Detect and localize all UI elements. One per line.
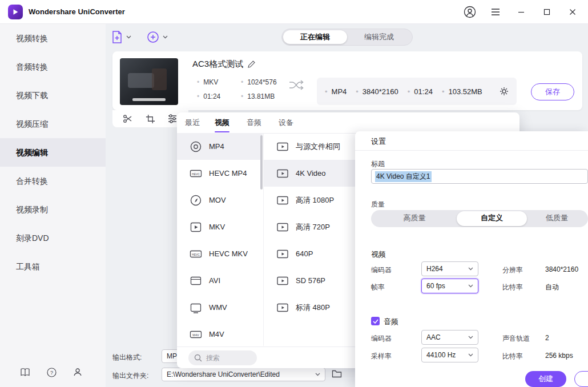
format-item-avi[interactable]: AVI [177,267,263,294]
samplerate-select[interactable]: 44100 Hz [421,348,478,362]
output-settings-gear-icon[interactable] [500,87,509,96]
output-folder-label: 输出文件夹: [112,371,148,381]
secondary-button[interactable] [574,371,588,387]
format-label: M4V [209,330,224,338]
source-duration: 01:24 [197,92,220,100]
display-play-icon [276,140,289,153]
account-avatar-icon[interactable] [462,5,477,19]
output-duration: 01:24 [408,87,433,96]
create-button[interactable]: 创建 [525,371,566,387]
video-thumbnail[interactable] [120,58,178,105]
display-play-icon [276,248,289,260]
sidebar-item-screen-record[interactable]: 视频录制 [0,195,106,224]
format-label: HEVC MKV [209,249,248,258]
display-play-icon [276,275,289,287]
mkv-play-icon [190,221,202,233]
sidebar-item-merge-convert[interactable]: 合并转换 [0,167,106,195]
format-item-hevc-mkv[interactable]: HEVC HEVC MKV [177,240,263,267]
chevron-down-icon [468,267,473,271]
format-item-mov[interactable]: MOV [177,187,263,213]
task-card: AC3格式测试 MKV 1024*576 01:24 13.81MB MP4 3… [112,51,582,110]
encoder-select[interactable]: H264 [421,261,478,276]
save-button[interactable]: 保存 [531,83,574,100]
audio-channels-label: 声音轨道 [502,334,530,344]
framerate-value: 60 fps [426,282,445,290]
sidebar-item-video-edit[interactable]: 视频编辑 [0,138,106,167]
sidebar-item-audio-convert[interactable]: 音频转换 [0,53,106,81]
sidebar-item-burn-dvd[interactable]: 刻录DVD [0,224,106,252]
add-preset-button[interactable] [146,29,168,46]
m4v-badge-icon: M4V [190,328,202,341]
format-label: HEVC MP4 [209,169,247,178]
settings-title: 设置 [371,136,386,147]
output-format-label: 输出格式: [112,353,142,362]
format-item-hevc-mp4[interactable]: HEVC HEVC MP4 [177,160,263,187]
quality-high-option[interactable]: 高质量 [372,211,457,226]
quality-segments: 高质量 自定义 低质量 [371,210,588,227]
format-item-mkv[interactable]: MKV [177,213,263,240]
close-button[interactable] [565,5,580,19]
resolution-item-4k[interactable]: 4K Video [264,160,355,187]
tab-recent[interactable]: 最近 [185,112,200,132]
rename-pencil-icon[interactable] [247,60,256,71]
file-title: AC3格式测试 [192,59,243,70]
quality-custom-option[interactable]: 自定义 [457,211,527,226]
output-folder-select[interactable]: E:\Wondershare UniConverter\Edited [162,368,325,381]
sidebar-item-toolbox[interactable]: 工具箱 [0,252,106,281]
format-search-box[interactable] [188,350,257,365]
format-label: AVI [209,276,220,285]
tab-editing[interactable]: 正在编辑 [283,30,347,44]
svg-text:HEVC: HEVC [192,172,200,175]
add-file-button[interactable] [111,29,131,46]
crop-icon[interactable] [144,113,156,124]
resolution-item-720p[interactable]: 高清 720P [264,213,355,240]
hevc-badge-icon: HEVC [190,167,202,180]
preset-title-input[interactable]: 4K Video 自定义1 [371,169,588,184]
audio-encoder-select[interactable]: AAC [421,330,478,345]
titlebar: Wondershare UniConverter [0,0,588,24]
format-label: WMV [209,303,227,312]
resolution-item-480p[interactable]: 标清 480P [264,294,355,321]
guide-book-icon[interactable] [19,366,31,378]
format-item-wmv[interactable]: WMV [177,294,263,321]
tab-finished[interactable]: 编辑完成 [347,30,411,44]
help-icon[interactable]: ? [46,366,57,378]
resolution-item-640p[interactable]: 640P [264,240,355,267]
format-item-m4v[interactable]: M4V M4V [177,321,263,348]
format-label: MOV [209,196,226,204]
resolution-item-sd-576p[interactable]: SD 576P [264,267,355,294]
menu-icon[interactable] [488,5,503,19]
resolution-label: 标清 480P [296,303,330,313]
mov-compass-icon [190,194,202,207]
audio-bitrate-value: 256 kbps [545,352,573,360]
effects-sliders-icon[interactable] [167,113,178,124]
resolution-setting-label: 分辨率 [502,265,523,275]
audio-checkbox[interactable] [371,317,380,325]
quality-low-option[interactable]: 低质量 [527,211,587,226]
framerate-select[interactable]: 60 fps [421,279,478,293]
minimize-button[interactable] [514,5,529,19]
maximize-button[interactable] [539,5,554,19]
open-folder-icon[interactable] [332,369,342,381]
svg-text:M4V: M4V [192,333,199,336]
tab-device[interactable]: 设备 [279,112,293,132]
source-format: MKV [197,78,218,86]
sidebar-item-video-convert[interactable]: 视频转换 [0,24,106,53]
search-input[interactable] [206,354,249,362]
thumbnail-caption-bar [132,98,166,101]
sidebar-item-video-download[interactable]: 视频下载 [0,81,106,110]
tab-video[interactable]: 视频 [215,112,229,132]
resolution-item-1080p[interactable]: 高清 1080P [264,187,355,213]
format-list-scrollbar[interactable] [260,135,263,190]
resolution-item-same-as-source[interactable]: 与源文件相同 [264,133,355,160]
trim-scissors-icon[interactable] [122,113,134,124]
video-section-label: 视频 [371,249,386,260]
resolution-setting-value: 3840*2160 [545,265,578,273]
contact-person-icon[interactable] [72,366,83,378]
mp4-lens-icon [190,140,202,153]
chevron-down-icon [126,35,131,39]
audio-encoder-label: 编码器 [371,334,392,344]
sidebar-item-video-compress[interactable]: 视频压缩 [0,110,106,138]
format-item-mp4[interactable]: MP4 [177,133,263,160]
tab-audio[interactable]: 音频 [247,112,261,132]
